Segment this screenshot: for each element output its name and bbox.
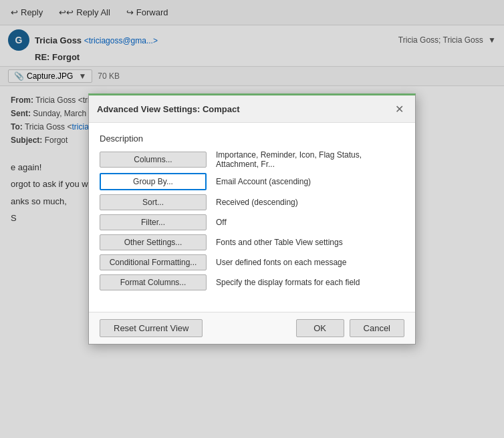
description-header: Description: [100, 134, 404, 144]
group-by-button[interactable]: Group By...: [100, 173, 207, 190]
modal-overlay: Advanced View Settings: Compact ✕ Descri…: [0, 0, 504, 438]
reset-current-view-button[interactable]: Reset Current View: [100, 319, 203, 337]
conditional-formatting-button[interactable]: Conditional Formatting...: [100, 254, 207, 270]
other-settings-description: Fonts and other Table View settings: [211, 238, 404, 247]
sort-description: Received (descending): [211, 198, 404, 207]
sort-button[interactable]: Sort...: [100, 194, 207, 210]
dialog-title: Advanced View Settings: Compact: [97, 104, 240, 114]
other-settings-button[interactable]: Other Settings...: [100, 234, 207, 250]
filter-button[interactable]: Filter...: [100, 214, 207, 230]
columns-button[interactable]: Columns...: [100, 152, 207, 168]
dialog-titlebar: Advanced View Settings: Compact ✕: [89, 95, 415, 123]
settings-grid: Columns... Importance, Reminder, Icon, F…: [100, 150, 404, 290]
cancel-button[interactable]: Cancel: [350, 319, 404, 337]
close-icon: ✕: [395, 103, 404, 116]
ok-button[interactable]: OK: [296, 319, 344, 337]
format-columns-description: Specify the display formats for each fie…: [211, 278, 404, 287]
dialog-content: Description Columns... Importance, Remin…: [89, 123, 415, 312]
conditional-formatting-description: User defined fonts on each message: [211, 258, 404, 267]
group-by-description: Email Account (ascending): [211, 177, 404, 186]
dialog-footer: Reset Current View OK Cancel: [89, 312, 415, 344]
columns-description: Importance, Reminder, Icon, Flag Status,…: [211, 150, 404, 169]
filter-description: Off: [211, 218, 404, 227]
format-columns-button[interactable]: Format Columns...: [100, 274, 207, 290]
advanced-view-settings-dialog: Advanced View Settings: Compact ✕ Descri…: [88, 93, 416, 345]
dialog-close-button[interactable]: ✕: [391, 101, 407, 117]
